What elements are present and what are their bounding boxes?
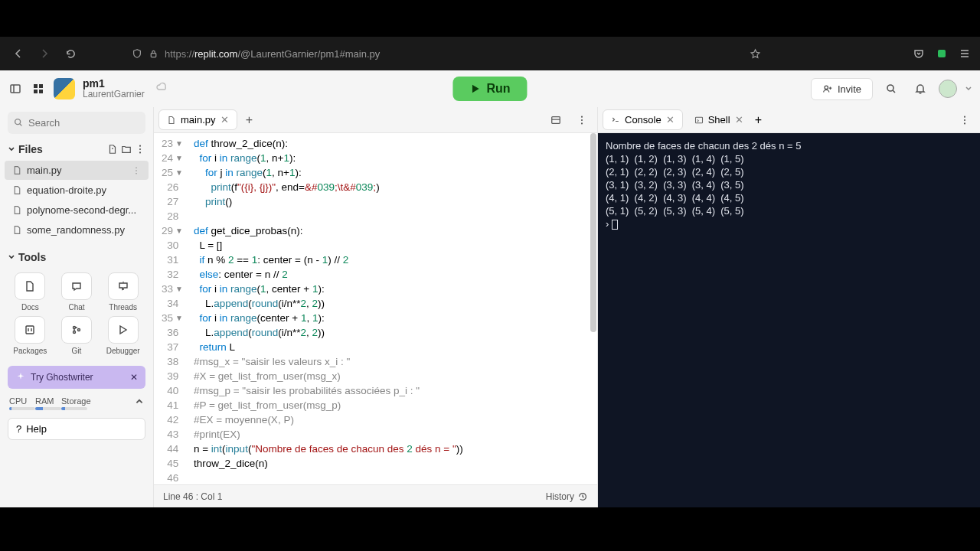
file-icon	[12, 225, 22, 235]
lock-icon	[149, 49, 158, 59]
history-icon	[577, 491, 588, 502]
tab-label: main.py	[181, 114, 216, 126]
prompt: ›	[606, 218, 612, 230]
code-editor[interactable]: 23 ▼24 ▼25 ▼26 27 28 29 ▼30 31 32 33 ▼34…	[154, 133, 597, 484]
avatar[interactable]	[939, 80, 957, 98]
header: pm1 LaurentGarnier Run Invite	[0, 70, 980, 107]
file-item[interactable]: equation-droite.py	[5, 181, 149, 200]
svg-rect-3	[34, 84, 38, 88]
close-icon[interactable]: ✕	[220, 114, 229, 126]
letterbox-top	[0, 0, 980, 37]
chevron-up-icon[interactable]	[135, 396, 144, 406]
files-header[interactable]: Files	[0, 139, 153, 160]
run-button[interactable]: Run	[452, 77, 527, 101]
menu-icon[interactable]	[959, 47, 971, 60]
close-icon[interactable]: ✕	[130, 372, 138, 383]
console-pane: Console ✕ Shell ✕ + Nombre de faces de c…	[597, 107, 980, 507]
tab-main[interactable]: main.py ✕	[158, 109, 237, 130]
forward-button[interactable]	[35, 44, 54, 63]
kebab-icon[interactable]	[954, 109, 975, 131]
new-tab-button[interactable]: +	[755, 113, 762, 127]
tool-chat[interactable]: Chat	[56, 272, 98, 311]
file-name: some_randomness.py	[27, 224, 125, 236]
invite-button[interactable]: Invite	[811, 78, 873, 100]
chevron-down-icon[interactable]	[965, 85, 972, 93]
svg-rect-24	[695, 117, 702, 123]
tool-git[interactable]: Git	[56, 316, 98, 355]
stat-ram: RAM	[35, 396, 61, 410]
kebab-icon[interactable]	[135, 144, 145, 155]
tool-packages[interactable]: Packages	[9, 316, 51, 355]
help-button[interactable]: ? Help	[8, 418, 145, 440]
layout-icon[interactable]	[545, 109, 567, 131]
new-tab-button[interactable]: +	[240, 111, 259, 129]
svg-rect-5	[34, 90, 38, 93]
status-bar: Line 46 : Col 1 History	[154, 484, 597, 507]
url-host: replit.com	[194, 48, 237, 60]
new-folder-icon[interactable]	[121, 144, 132, 155]
search-input[interactable]	[8, 112, 145, 134]
close-icon[interactable]: ✕	[666, 114, 675, 126]
close-icon[interactable]: ✕	[735, 114, 743, 126]
file-item[interactable]: main.py	[5, 161, 149, 180]
svg-point-7	[825, 86, 828, 89]
threads-icon	[117, 280, 129, 292]
tools-label: Tools	[18, 251, 46, 263]
browser-chrome: https://replit.com/@LaurentGarnier/pm1#m…	[0, 37, 980, 70]
git-icon	[70, 324, 83, 336]
svg-point-21	[581, 116, 583, 117]
back-button[interactable]	[9, 44, 28, 63]
ghostwriter-banner[interactable]: Try Ghostwriter ✕	[8, 366, 145, 389]
history-label: History	[546, 491, 574, 502]
code-body[interactable]: def throw_2_dice(n): for i in range(1, n…	[188, 133, 469, 484]
tab-shell[interactable]: Shell ✕	[686, 109, 752, 130]
person-add-icon	[822, 83, 833, 94]
notifications-icon[interactable]	[910, 78, 931, 99]
console-text: Nombre de faces de chacun des 2 dés n = …	[606, 140, 801, 217]
scrollbar[interactable]	[590, 133, 597, 484]
reload-button[interactable]	[61, 44, 80, 63]
sync-icon	[155, 81, 168, 96]
shell-icon	[694, 116, 704, 125]
tool-label: Debugger	[106, 347, 140, 355]
file-item[interactable]: some_randomness.py	[5, 220, 149, 240]
url-bar[interactable]: https://replit.com/@LaurentGarnier/pm1#m…	[126, 42, 767, 65]
svg-point-15	[136, 173, 137, 174]
sidebar: Files main.pyequation-droite.pypolynome-…	[0, 107, 153, 507]
tools-header[interactable]: Tools	[0, 246, 153, 268]
new-file-icon[interactable]	[107, 144, 118, 155]
bookmark-star-icon[interactable]	[750, 48, 761, 60]
editor-tabs: main.py ✕ +	[154, 107, 597, 133]
help-icon: ?	[16, 423, 21, 435]
svg-point-12	[139, 152, 141, 153]
cursor-position: Line 46 : Col 1	[163, 491, 222, 502]
layout-icon[interactable]	[31, 81, 46, 96]
history-button[interactable]: History	[546, 491, 588, 502]
svg-rect-16	[26, 326, 34, 334]
svg-point-25	[964, 116, 965, 117]
svg-point-10	[139, 145, 141, 147]
tab-console[interactable]: Console ✕	[603, 109, 683, 130]
kebab-icon[interactable]	[571, 109, 593, 131]
chevron-down-icon	[8, 145, 15, 153]
shell-tab-label: Shell	[708, 114, 730, 126]
console-output[interactable]: Nombre de faces de chacun des 2 dés n = …	[598, 133, 980, 507]
svg-point-26	[964, 119, 965, 120]
file-icon	[12, 165, 22, 175]
sidebar-toggle-icon[interactable]	[8, 81, 23, 96]
python-icon	[54, 78, 75, 99]
pocket-icon[interactable]	[913, 47, 925, 60]
tool-debugger[interactable]: Debugger	[102, 316, 144, 355]
editor-pane: main.py ✕ + 23 ▼24 ▼25 ▼26 27 28 29 ▼30 …	[153, 107, 597, 507]
tool-docs[interactable]: Docs	[9, 272, 51, 311]
file-item[interactable]: polynome-second-degr...	[5, 201, 149, 220]
search-icon[interactable]	[880, 78, 902, 99]
file-icon	[12, 205, 22, 215]
run-label: Run	[486, 82, 510, 96]
extension-icon[interactable]	[936, 47, 948, 60]
docs-icon	[24, 280, 36, 292]
tool-threads[interactable]: Threads	[102, 272, 144, 311]
svg-point-22	[581, 119, 583, 120]
kebab-icon[interactable]	[132, 166, 141, 175]
line-gutter: 23 ▼24 ▼25 ▼26 27 28 29 ▼30 31 32 33 ▼34…	[154, 133, 188, 484]
